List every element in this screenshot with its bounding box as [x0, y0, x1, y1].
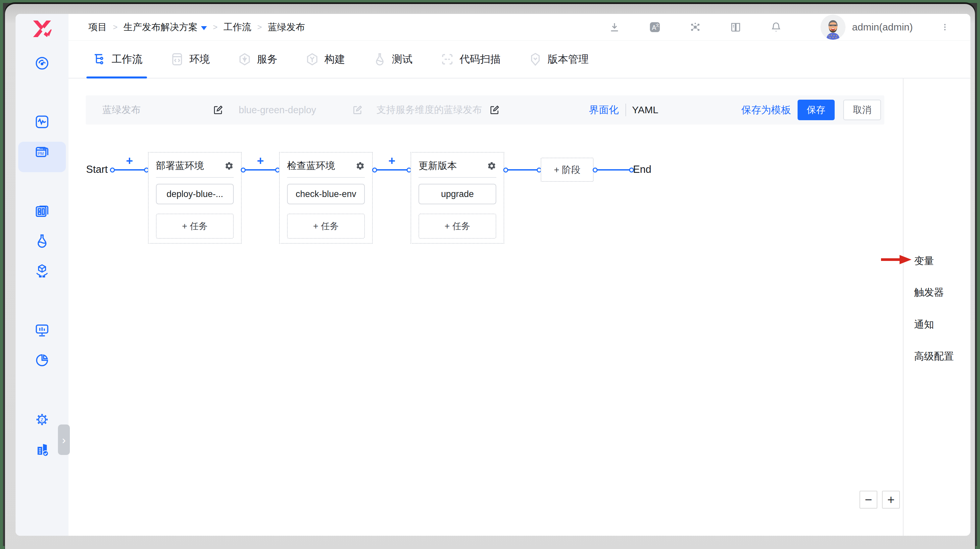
task-card[interactable]: check-blue-env: [287, 184, 365, 204]
translate-icon[interactable]: A 文: [649, 21, 661, 33]
breadcrumb: 项目 > 生产发布解决方案 > 工作流 > 蓝绿发布: [88, 21, 305, 33]
right-panel-divider: [903, 78, 904, 536]
breadcrumb-workflows[interactable]: 工作流: [223, 21, 251, 33]
zoom-out-button[interactable]: −: [859, 491, 877, 509]
tab-label: 环境: [189, 53, 210, 66]
breadcrumb-projects[interactable]: 项目: [88, 21, 107, 33]
left-sidebar: PM: [16, 14, 68, 536]
cluster-icon[interactable]: [689, 21, 701, 33]
topbar-actions: A 文: [580, 14, 949, 40]
workspace-layout-icon[interactable]: [35, 204, 50, 219]
breadcrumb-current[interactable]: 蓝绿发布: [268, 21, 305, 33]
artifact-delivery-icon[interactable]: [35, 263, 50, 278]
docs-book-icon[interactable]: [730, 21, 741, 33]
panel-item-variables[interactable]: 变量: [914, 254, 934, 268]
stage-settings-gear-icon[interactable]: [224, 161, 234, 170]
tab-workflow[interactable]: 工作流: [92, 41, 142, 78]
user-avatar[interactable]: [821, 14, 846, 40]
breadcrumb-separator: >: [113, 22, 118, 32]
add-stage-button[interactable]: + 阶段: [541, 158, 593, 182]
add-task-button[interactable]: + 任务: [156, 213, 234, 239]
build-icon: [305, 53, 319, 66]
edit-id-icon[interactable]: [353, 105, 363, 115]
tab-service[interactable]: 服务: [238, 41, 277, 78]
app-window: PM: [5, 4, 975, 549]
connector-line: +: [111, 169, 148, 170]
zoom-in-button[interactable]: +: [882, 491, 900, 509]
tab-build[interactable]: 构建: [305, 41, 345, 78]
panel-item-notifications[interactable]: 通知: [914, 318, 934, 331]
connector-line: [593, 169, 633, 170]
edit-name-icon[interactable]: [213, 105, 223, 115]
workflow-toolbar: 蓝绿发布 blue-green-deploy 支持服务维度的蓝绿发布 界面化 Y…: [86, 95, 884, 124]
stage-settings-gear-icon[interactable]: [487, 161, 496, 170]
connector-line: +: [373, 169, 410, 170]
pipeline-start-label: Start: [86, 164, 108, 175]
code-scan-icon: [440, 53, 454, 66]
top-bar: 项目 > 生产发布解决方案 > 工作流 > 蓝绿发布 A 文: [68, 14, 970, 41]
test-flask-icon[interactable]: [35, 233, 50, 248]
module-tabs: 工作流 环境 服务 构建: [68, 41, 970, 78]
task-card[interactable]: upgrade: [418, 184, 496, 204]
kebab-menu-icon[interactable]: [940, 21, 949, 33]
cancel-button[interactable]: 取消: [843, 100, 881, 120]
workflow-id-field[interactable]: blue-green-deploy: [239, 105, 316, 116]
zadig-logo-icon[interactable]: [32, 21, 52, 37]
stage-divider: [287, 177, 365, 178]
stage-divider: [418, 177, 496, 178]
download-icon[interactable]: [609, 21, 620, 33]
stage-settings-gear-icon[interactable]: [356, 161, 365, 170]
data-monitor-chart-icon[interactable]: [35, 323, 50, 338]
insight-monitor-icon[interactable]: [35, 114, 50, 129]
panel-item-advanced-config[interactable]: 高级配置: [914, 350, 954, 363]
dashboard-gauge-icon[interactable]: [35, 56, 50, 71]
stage-title: 更新版本: [418, 159, 457, 172]
task-card[interactable]: deploy-blue-...: [156, 184, 234, 204]
service-icon: [238, 53, 251, 66]
sidebar-collapse-handle[interactable]: ›: [58, 425, 70, 455]
tab-environment[interactable]: 环境: [170, 41, 210, 78]
tab-label: 工作流: [111, 53, 142, 66]
report-pie-icon[interactable]: [35, 353, 50, 368]
app-content: PM: [16, 14, 970, 536]
tab-label: 代码扫描: [460, 53, 501, 66]
tab-label: 构建: [325, 53, 345, 66]
workflow-name-field[interactable]: 蓝绿发布: [102, 103, 141, 116]
notification-bell-icon[interactable]: [770, 21, 782, 33]
save-button[interactable]: 保存: [797, 100, 835, 120]
panel-item-triggers[interactable]: 触发器: [914, 286, 944, 299]
enterprise-building-check-icon[interactable]: [35, 442, 50, 457]
user-name[interactable]: admin(admin): [852, 22, 913, 33]
add-stage-inline-button[interactable]: +: [126, 154, 133, 168]
stage-title: 检查蓝环境: [287, 159, 335, 172]
workflow-desc-field[interactable]: 支持服务维度的蓝绿发布: [376, 103, 482, 116]
tab-label: 服务: [257, 53, 277, 66]
connector-line: +: [242, 169, 279, 170]
stage-deploy-blue-env: 部署蓝环境 deploy-blue-... + 任务: [148, 152, 242, 244]
settings-gear-z-icon[interactable]: Z: [35, 412, 50, 427]
annotation-arrow-icon: [881, 254, 912, 265]
breadcrumb-project-name[interactable]: 生产发布解决方案: [124, 21, 207, 33]
version-icon: [528, 53, 542, 66]
tab-test[interactable]: 测试: [373, 41, 412, 78]
stage-header: 更新版本: [418, 159, 496, 172]
svg-text:PM: PM: [38, 151, 44, 156]
tab-version[interactable]: 版本管理: [528, 41, 589, 78]
projects-pm-icon[interactable]: PM: [35, 144, 50, 159]
mode-yaml-toggle[interactable]: YAML: [632, 104, 658, 116]
save-as-template-link[interactable]: 保存为模板: [741, 103, 791, 117]
svg-text:文: 文: [655, 23, 660, 27]
tab-label: 版本管理: [547, 53, 589, 66]
chevron-right-icon: ›: [62, 433, 65, 446]
add-stage-inline-button[interactable]: +: [388, 154, 395, 168]
mode-divider: [625, 103, 626, 116]
stage-title: 部署蓝环境: [156, 159, 204, 172]
mode-ui-toggle[interactable]: 界面化: [589, 103, 619, 117]
tab-code-scan[interactable]: 代码扫描: [440, 41, 501, 78]
desktop-background: PM: [0, 0, 980, 549]
add-task-button[interactable]: + 任务: [418, 213, 496, 239]
add-task-button[interactable]: + 任务: [287, 213, 365, 239]
project-dropdown-caret-icon[interactable]: [201, 26, 207, 30]
edit-desc-icon[interactable]: [490, 105, 500, 115]
add-stage-inline-button[interactable]: +: [257, 154, 264, 168]
